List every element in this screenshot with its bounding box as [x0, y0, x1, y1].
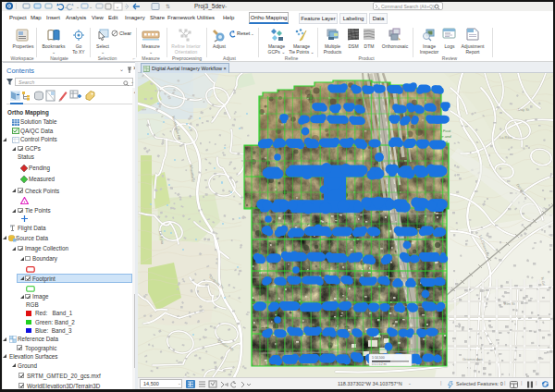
svg-text:⌄: ⌄ [64, 4, 68, 9]
svg-text:Elm St: Elm St [504, 301, 516, 306]
svg-text:⌄: ⌄ [76, 4, 80, 9]
svg-text:0 0.1 0.2 mi: 0 0.1 0.2 mi [372, 362, 387, 366]
svg-text:La Rika: La Rika [500, 135, 512, 140]
svg-text:⌄: ⌄ [89, 4, 92, 9]
svg-text:⇅: ⇅ [166, 4, 170, 9]
svg-text:Grismer Ave: Grismer Ave [462, 357, 484, 361]
svg-text:Day St: Day St [518, 107, 530, 112]
svg-text:Reset: Reset [237, 31, 251, 36]
svg-text:1:14,500: 1:14,500 [372, 356, 385, 360]
svg-text:⌄: ⌄ [116, 4, 120, 9]
svg-text:Clear: Clear [119, 31, 131, 36]
svg-text:⌄: ⌄ [251, 31, 254, 36]
